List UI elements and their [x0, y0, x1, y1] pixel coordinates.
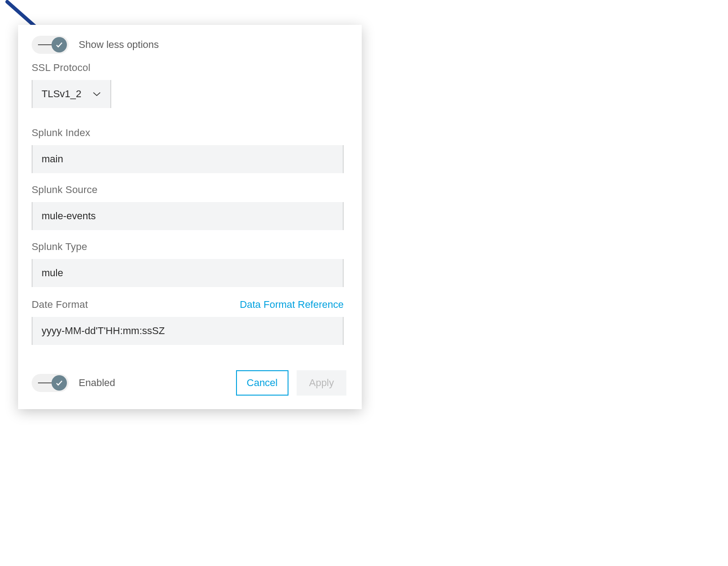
toggle-track-icon — [38, 44, 53, 45]
splunk-source-label: Splunk Source — [32, 184, 348, 196]
ssl-protocol-value: TLSv1_2 — [33, 88, 92, 100]
splunk-type-label: Splunk Type — [32, 241, 348, 253]
check-icon — [55, 379, 63, 387]
splunk-type-input[interactable]: mule — [32, 259, 344, 287]
ssl-protocol-label: SSL Protocol — [32, 62, 348, 74]
apply-button: Apply — [297, 370, 346, 396]
chevron-down-icon — [92, 91, 110, 97]
cancel-button[interactable]: Cancel — [236, 370, 288, 396]
date-format-label: Date Format — [32, 299, 88, 311]
data-format-reference-link[interactable]: Data Format Reference — [240, 299, 344, 311]
splunk-source-input[interactable]: mule-events — [32, 202, 344, 230]
show-options-toggle[interactable] — [32, 36, 69, 54]
toggle-knob — [52, 37, 67, 52]
toggle-knob — [52, 375, 67, 391]
toggle-track-icon — [38, 382, 53, 383]
options-panel: Show less options SSL Protocol TLSv1_2 S… — [18, 25, 362, 409]
date-format-input[interactable]: yyyy-MM-dd'T'HH:mm:ssSZ — [32, 317, 344, 345]
splunk-index-label: Splunk Index — [32, 127, 348, 139]
show-options-label: Show less options — [79, 39, 159, 51]
enabled-toggle[interactable] — [32, 374, 69, 392]
splunk-index-input[interactable]: main — [32, 145, 344, 173]
ssl-protocol-select[interactable]: TLSv1_2 — [32, 80, 111, 108]
enabled-label: Enabled — [79, 377, 115, 389]
check-icon — [55, 41, 63, 49]
